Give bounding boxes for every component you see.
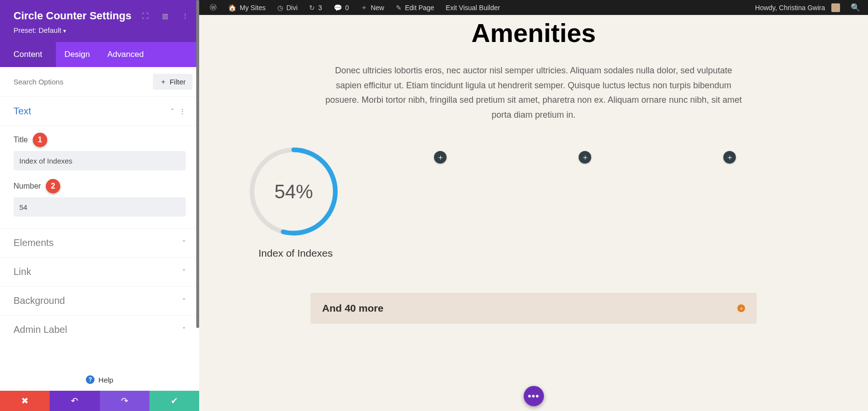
wp-updates[interactable]: ↻3 bbox=[303, 0, 328, 15]
my-sites-label: My Sites bbox=[240, 4, 266, 12]
comments-count: 0 bbox=[345, 4, 349, 12]
title-field-label: Title bbox=[14, 136, 28, 144]
chevron-down-icon: ˅ bbox=[182, 297, 186, 305]
wp-exit-visual[interactable]: Exit Visual Builder bbox=[440, 0, 506, 15]
callout-badge-2: 2 bbox=[46, 179, 60, 193]
section-text-body: Title 1 Number 2 bbox=[0, 126, 199, 229]
circle-gauge: 54% bbox=[247, 145, 340, 238]
site-label: Divi bbox=[286, 4, 298, 12]
edit-page-label: Edit Page bbox=[405, 4, 434, 12]
undo-button[interactable]: ↶ bbox=[50, 391, 99, 411]
search-row: ＋ Filter bbox=[0, 67, 199, 96]
more-vert-icon[interactable]: ⋮ bbox=[179, 108, 186, 115]
gauge-icon: ◷ bbox=[277, 4, 283, 12]
callout-badge-1: 1 bbox=[33, 133, 47, 147]
add-module-button[interactable]: ＋ bbox=[723, 151, 736, 164]
tab-design[interactable]: Design bbox=[56, 42, 99, 67]
section-admin-label-label: Admin Label bbox=[14, 324, 67, 335]
greeting-text: Howdy, Christina Gwira bbox=[755, 4, 825, 12]
settings-header: Circle Counter Settings ⛶ ▥ ⋮ Preset: De… bbox=[0, 0, 199, 42]
section-elements-label: Elements bbox=[14, 237, 54, 248]
section-text-toggle[interactable]: Text ˄ ⋮ bbox=[0, 96, 199, 126]
plus-icon: ＋ bbox=[737, 304, 745, 312]
section-text-label: Text bbox=[14, 106, 31, 117]
section-admin-label-toggle[interactable]: Admin Label ˅ bbox=[0, 315, 199, 344]
wp-my-sites[interactable]: 🏠My Sites bbox=[222, 0, 271, 15]
house-icon: 🏠 bbox=[228, 4, 236, 12]
wp-new[interactable]: ＋New bbox=[355, 0, 390, 15]
preview-icon[interactable]: ▥ bbox=[162, 12, 168, 20]
title-field[interactable] bbox=[14, 151, 186, 170]
intro-paragraph: Donec ultricies lobortis eros, nec aucto… bbox=[322, 63, 746, 122]
update-icon: ↻ bbox=[309, 4, 315, 12]
pencil-icon: ✎ bbox=[396, 4, 402, 12]
new-label: New bbox=[371, 4, 384, 12]
settings-tabs: Content Design Advanced bbox=[0, 42, 199, 67]
tab-content[interactable]: Content bbox=[0, 42, 56, 67]
chevron-down-icon: ˅ bbox=[182, 326, 186, 334]
discard-button[interactable]: ✖ bbox=[0, 391, 50, 411]
section-link-toggle[interactable]: Link ˅ bbox=[0, 258, 199, 287]
more-vert-icon[interactable]: ⋮ bbox=[182, 12, 189, 20]
save-button[interactable]: ✔ bbox=[149, 391, 199, 411]
add-module-button[interactable]: ＋ bbox=[579, 151, 591, 164]
settings-sections: Text ˄ ⋮ Title 1 Number 2 Elements ˅ Lin… bbox=[0, 96, 199, 369]
settings-panel: Circle Counter Settings ⛶ ▥ ⋮ Preset: De… bbox=[0, 0, 199, 411]
help-link[interactable]: ? Help bbox=[0, 369, 199, 391]
comment-icon: 💬 bbox=[334, 4, 342, 12]
chevron-down-icon: ˅ bbox=[182, 239, 186, 247]
circle-title: Index of Indexes bbox=[247, 247, 344, 259]
add-module-button[interactable]: ＋ bbox=[434, 151, 447, 164]
help-icon: ? bbox=[86, 375, 95, 384]
number-field[interactable] bbox=[14, 197, 186, 217]
chevron-up-icon: ˄ bbox=[171, 108, 174, 115]
section-elements-toggle[interactable]: Elements ˅ bbox=[0, 229, 199, 258]
filter-button[interactable]: ＋ Filter bbox=[153, 74, 192, 90]
avatar bbox=[831, 3, 840, 12]
plus-icon: ＋ bbox=[361, 3, 367, 12]
filter-label: Filter bbox=[170, 78, 186, 86]
wp-greeting[interactable]: Howdy, Christina Gwira bbox=[749, 0, 846, 15]
exit-visual-label: Exit Visual Builder bbox=[446, 4, 500, 12]
divi-fab-button[interactable]: ••• bbox=[524, 386, 544, 406]
search-icon[interactable]: 🔍 bbox=[846, 3, 865, 12]
wordpress-icon: ⓦ bbox=[210, 3, 217, 12]
expand-icon[interactable]: ⛶ bbox=[142, 12, 149, 20]
redo-button[interactable]: ↷ bbox=[100, 391, 149, 411]
and-more-label: And 40 more bbox=[322, 302, 383, 314]
search-input[interactable] bbox=[14, 78, 153, 86]
settings-title: Circle Counter Settings bbox=[14, 10, 131, 22]
number-field-label: Number bbox=[14, 182, 41, 191]
chevron-down-icon: ˅ bbox=[182, 268, 186, 276]
updates-count: 3 bbox=[318, 4, 322, 12]
page-title: Amenities bbox=[199, 18, 868, 48]
wp-logo[interactable]: ⓦ bbox=[204, 0, 222, 15]
help-label: Help bbox=[98, 376, 113, 384]
page-canvas: Amenities Donec ultricies lobortis eros,… bbox=[199, 15, 868, 411]
preset-dropdown[interactable]: Preset: Default bbox=[14, 26, 189, 34]
wp-comments[interactable]: 💬0 bbox=[328, 0, 355, 15]
section-background-label: Background bbox=[14, 295, 65, 306]
column-row: 54% Index of Indexes ＋ ＋ ＋ bbox=[199, 122, 868, 259]
wp-edit-page[interactable]: ✎Edit Page bbox=[390, 0, 440, 15]
circle-percent-text: 54% bbox=[247, 145, 340, 238]
wp-admin-bar: ⓦ 🏠My Sites ◷Divi ↻3 💬0 ＋New ✎Edit Page … bbox=[199, 0, 868, 15]
wp-current-site[interactable]: ◷Divi bbox=[271, 0, 303, 15]
plus-icon: ＋ bbox=[160, 77, 167, 86]
and-more-accordion[interactable]: And 40 more ＋ bbox=[311, 293, 757, 324]
action-row: ✖ ↶ ↷ ✔ bbox=[0, 391, 199, 411]
tab-advanced[interactable]: Advanced bbox=[98, 42, 152, 67]
circle-counter-module[interactable]: 54% Index of Indexes bbox=[247, 145, 344, 259]
section-background-toggle[interactable]: Background ˅ bbox=[0, 287, 199, 315]
section-link-label: Link bbox=[14, 266, 31, 277]
